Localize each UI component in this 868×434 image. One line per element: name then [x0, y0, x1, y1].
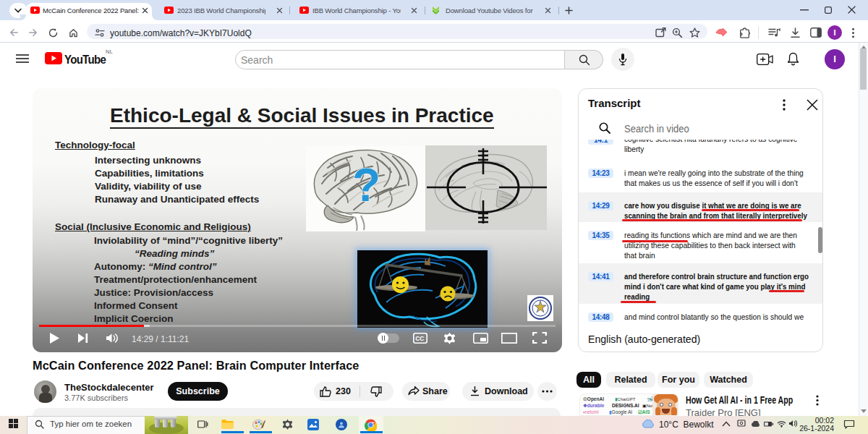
svg-text:?: ?	[352, 159, 380, 211]
svg-text:CC: CC	[415, 335, 424, 342]
